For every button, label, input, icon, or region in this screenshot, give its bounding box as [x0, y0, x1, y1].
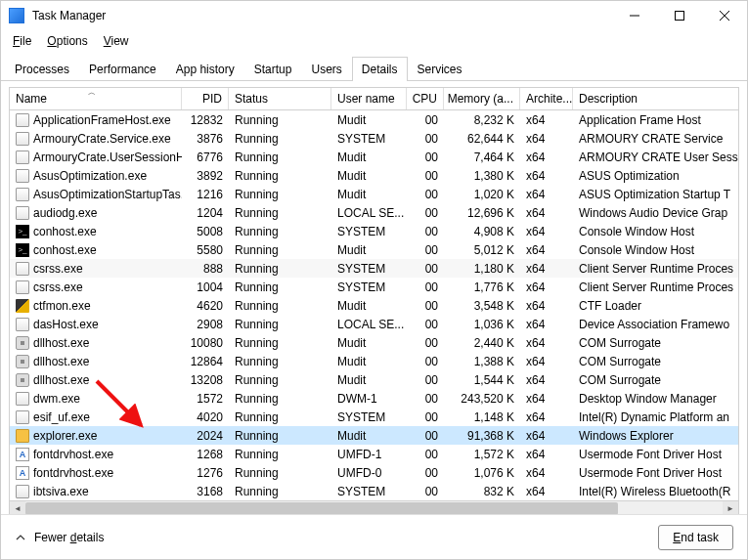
close-button[interactable] — [702, 1, 747, 30]
col-architecture[interactable]: Archite... — [520, 88, 573, 109]
col-memory[interactable]: Memory (a... — [444, 88, 520, 109]
end-task-button[interactable]: End task — [658, 525, 733, 550]
process-cpu: 00 — [407, 466, 444, 480]
tab-app-history[interactable]: App history — [166, 57, 244, 81]
table-row[interactable]: audiodg.exe1204RunningLOCAL SE...0012,69… — [10, 203, 738, 222]
process-arch: x64 — [520, 466, 573, 480]
process-memory: 1,020 K — [444, 188, 520, 201]
process-icon: >_ — [16, 225, 29, 238]
table-row[interactable]: csrss.exe888RunningSYSTEM001,180 Kx64Cli… — [10, 259, 738, 278]
process-icon — [16, 429, 29, 443]
process-desc: Application Frame Host — [573, 113, 738, 127]
process-name: fontdrvhost.exe — [33, 466, 113, 480]
process-status: Running — [229, 466, 331, 480]
process-name: dllhost.exe — [33, 355, 89, 368]
process-arch: x64 — [520, 169, 573, 183]
tab-processes[interactable]: Processes — [5, 57, 79, 81]
table-row[interactable]: >_conhost.exe5008RunningSYSTEM004,908 Kx… — [10, 222, 738, 240]
process-icon — [16, 373, 29, 387]
process-desc: Client Server Runtime Proces — [573, 262, 738, 276]
col-status[interactable]: Status — [229, 88, 331, 109]
process-user: Mudit — [331, 373, 407, 387]
col-user[interactable]: User name — [331, 88, 407, 109]
table-row[interactable]: dwm.exe1572RunningDWM-100243,520 Kx64Des… — [10, 389, 738, 408]
table-row[interactable]: Afontdrvhost.exe1276RunningUMFD-0001,076… — [10, 463, 738, 482]
table-row[interactable]: >_conhost.exe5580RunningMudit005,012 Kx6… — [10, 240, 738, 259]
process-arch: x64 — [520, 336, 573, 350]
menu-file[interactable]: File — [5, 31, 39, 51]
tab-performance[interactable]: Performance — [79, 57, 166, 81]
maximize-button[interactable] — [657, 1, 702, 30]
tab-startup[interactable]: Startup — [244, 57, 302, 81]
table-row[interactable]: csrss.exe1004RunningSYSTEM001,776 Kx64Cl… — [10, 278, 738, 296]
process-icon — [16, 151, 29, 164]
process-status: Running — [229, 429, 331, 443]
process-status: Running — [229, 280, 331, 294]
process-pid: 10080 — [182, 336, 229, 350]
process-name: dasHost.exe — [33, 318, 99, 331]
process-name: ArmouryCrate.Service.exe — [33, 132, 171, 146]
table-row[interactable]: explorer.exe2024RunningMudit0091,368 Kx6… — [10, 426, 738, 445]
table-row[interactable]: AsusOptimizationStartupTas...1216Running… — [10, 185, 738, 203]
process-name: explorer.exe — [33, 429, 97, 443]
table-row[interactable]: ibtsiva.exe3168RunningSYSTEM00832 Kx64In… — [10, 482, 738, 500]
process-arch: x64 — [520, 299, 573, 313]
process-icon — [16, 206, 29, 220]
minimize-button[interactable] — [612, 1, 657, 30]
process-icon — [16, 485, 29, 498]
table-row[interactable]: dllhost.exe10080RunningMudit002,440 Kx64… — [10, 333, 738, 352]
process-status: Running — [229, 373, 331, 387]
menu-options[interactable]: Options — [39, 31, 95, 51]
table-row[interactable]: dllhost.exe12864RunningMudit001,388 Kx64… — [10, 352, 738, 370]
process-icon — [16, 113, 29, 127]
process-memory: 1,776 K — [444, 280, 520, 294]
tab-services[interactable]: Services — [408, 57, 472, 81]
process-user: Mudit — [331, 243, 407, 257]
process-cpu: 00 — [407, 299, 444, 313]
process-cpu: 00 — [407, 280, 444, 294]
process-name: dllhost.exe — [33, 336, 89, 350]
process-memory: 1,036 K — [444, 318, 520, 331]
process-icon — [16, 169, 29, 183]
table-row[interactable]: ArmouryCrate.UserSessionH...6776RunningM… — [10, 148, 738, 166]
process-desc: ARMOURY CRATE Service — [573, 132, 738, 146]
process-memory: 5,012 K — [444, 243, 520, 257]
process-user: UMFD-0 — [331, 466, 407, 480]
menu-view[interactable]: View — [96, 31, 137, 51]
table-row[interactable]: esif_uf.exe4020RunningSYSTEM001,148 Kx64… — [10, 408, 738, 426]
col-pid[interactable]: PID — [182, 88, 229, 109]
table-row[interactable]: dllhost.exe13208RunningMudit001,544 Kx64… — [10, 370, 738, 389]
process-cpu: 00 — [407, 262, 444, 276]
process-user: SYSTEM — [331, 410, 407, 424]
chevron-up-icon — [15, 532, 26, 543]
process-user: Mudit — [331, 188, 407, 201]
process-desc: Usermode Font Driver Host — [573, 466, 738, 480]
process-cpu: 00 — [407, 132, 444, 146]
table-row[interactable]: dasHost.exe2908RunningLOCAL SE...001,036… — [10, 315, 738, 333]
tab-users[interactable]: Users — [301, 57, 351, 81]
tab-details[interactable]: Details — [352, 57, 408, 81]
process-cpu: 00 — [407, 243, 444, 257]
process-user: SYSTEM — [331, 280, 407, 294]
process-user: SYSTEM — [331, 132, 407, 146]
col-description[interactable]: Description — [573, 88, 738, 109]
process-cpu: 00 — [407, 355, 444, 368]
process-arch: x64 — [520, 448, 573, 461]
process-cpu: 00 — [407, 373, 444, 387]
table-row[interactable]: Afontdrvhost.exe1268RunningUMFD-1001,572… — [10, 445, 738, 463]
process-status: Running — [229, 188, 331, 201]
col-cpu[interactable]: CPU — [407, 88, 444, 109]
process-memory: 832 K — [444, 485, 520, 498]
process-user: Mudit — [331, 299, 407, 313]
process-name: ArmouryCrate.UserSessionH... — [33, 151, 182, 164]
table-row[interactable]: ctfmon.exe4620RunningMudit003,548 Kx64CT… — [10, 296, 738, 315]
process-list[interactable]: ApplicationFrameHost.exe12832RunningMudi… — [9, 110, 739, 501]
table-row[interactable]: AsusOptimization.exe3892RunningMudit001,… — [10, 166, 738, 185]
table-row[interactable]: ApplicationFrameHost.exe12832RunningMudi… — [10, 110, 738, 129]
col-name[interactable]: Name — [10, 88, 182, 109]
process-user: LOCAL SE... — [331, 318, 407, 331]
menubar: File Options View — [1, 30, 747, 52]
process-icon: >_ — [16, 243, 29, 257]
table-row[interactable]: ArmouryCrate.Service.exe3876RunningSYSTE… — [10, 129, 738, 148]
fewer-details-button[interactable]: Fewer details — [15, 531, 104, 544]
